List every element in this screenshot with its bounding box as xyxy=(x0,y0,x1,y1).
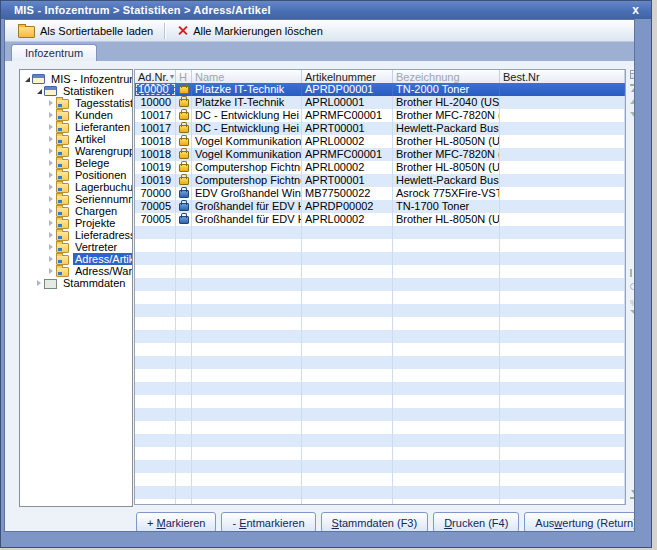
collapsed-arrow-icon[interactable] xyxy=(46,220,56,226)
table-row-empty[interactable] xyxy=(135,408,625,421)
scroll-up-icon[interactable] xyxy=(630,99,635,104)
tree-item-kunden[interactable]: Kunden xyxy=(20,109,132,121)
column-header-best-nr[interactable]: Best.Nr xyxy=(500,70,625,83)
collapsed-arrow-icon[interactable] xyxy=(46,208,56,214)
columns-icon[interactable] xyxy=(630,269,635,277)
table-row[interactable]: 10019Computershop FichtneAPRL00002Brothe… xyxy=(135,161,625,174)
tree-item-belege[interactable]: Belege xyxy=(20,157,132,169)
collapsed-arrow-icon[interactable] xyxy=(46,100,56,106)
collapsed-arrow-icon[interactable] xyxy=(46,184,56,190)
column-header-ad-nr[interactable]: Ad.Nr.▼ xyxy=(135,70,176,83)
table-row[interactable]: 10018Vogel KommunikationAPRL00002Brother… xyxy=(135,135,625,148)
cell-bezeichnung xyxy=(393,369,500,382)
tree-item-chargen[interactable]: Chargen xyxy=(20,205,132,217)
cell-name xyxy=(192,239,302,252)
column-header-label: H xyxy=(179,71,187,83)
filter-icon[interactable] xyxy=(630,310,635,314)
collapsed-arrow-icon[interactable] xyxy=(46,268,56,274)
table-row[interactable]: 10000Platzke IT-TechnikAPRL00001Brother … xyxy=(135,96,625,109)
table-row-empty[interactable] xyxy=(135,395,625,408)
scroll-down-icon[interactable] xyxy=(630,112,635,117)
table-row-empty[interactable] xyxy=(135,304,625,317)
collapsed-arrow-icon[interactable] xyxy=(46,172,56,178)
tree-item-projekte[interactable]: Projekte xyxy=(20,217,132,229)
percent-icon[interactable] xyxy=(630,296,635,305)
table-row-empty[interactable] xyxy=(135,343,625,356)
table-row[interactable]: 10000Platzke IT-TechnikAPRDP00001TN-2000… xyxy=(135,83,625,96)
go-to-first-icon[interactable] xyxy=(630,84,635,93)
tree-item-adress-artikel[interactable]: Adress/Artikel xyxy=(20,253,132,265)
tree-item-adress-warengruppen[interactable]: Adress/Warengruppen xyxy=(20,265,132,277)
column-header-h[interactable]: H xyxy=(176,70,192,83)
table-row-empty[interactable] xyxy=(135,239,625,252)
collapsed-arrow-icon[interactable] xyxy=(46,244,56,250)
stammdaten-f3-button[interactable]: Stammdaten (F3) xyxy=(321,512,429,532)
column-header-name[interactable]: Name xyxy=(192,70,302,83)
collapsed-arrow-icon[interactable] xyxy=(46,160,56,166)
table-row-empty[interactable] xyxy=(135,278,625,291)
table-row-empty[interactable] xyxy=(135,382,625,395)
table-row-empty[interactable] xyxy=(135,434,625,447)
tree-item-stammdaten[interactable]: Stammdaten xyxy=(20,277,132,289)
cell-artikelnummer: APRL00001 xyxy=(302,96,393,109)
close-icon[interactable]: x xyxy=(632,2,639,18)
table-row[interactable]: 10019Computershop FichtneAPRT00001Hewlet… xyxy=(135,174,625,187)
table-row-empty[interactable] xyxy=(135,252,625,265)
cell-bezeichnung xyxy=(393,343,500,356)
go-to-last-icon[interactable] xyxy=(630,490,635,499)
collapsed-arrow-icon[interactable] xyxy=(46,148,56,154)
cell-adnr xyxy=(135,343,176,356)
collapsed-arrow-icon[interactable] xyxy=(46,196,56,202)
drucken-f4-button[interactable]: Drucken (F4) xyxy=(433,512,519,532)
load-sort-table-button[interactable]: Als Sortiertabelle laden xyxy=(11,22,160,40)
collapsed-arrow-icon[interactable] xyxy=(46,256,56,262)
column-header-artikelnummer[interactable]: Artikelnummer xyxy=(302,70,393,83)
table-row-empty[interactable] xyxy=(135,499,625,504)
table-row[interactable]: 70005Großhandel für EDV HAPRDP00002TN-17… xyxy=(135,200,625,213)
entmarkieren-button[interactable]: - Entmarkieren xyxy=(221,512,315,532)
tab-infozentrum[interactable]: Infozentrum xyxy=(11,44,97,62)
collapsed-arrow-icon[interactable] xyxy=(46,112,56,118)
column-header-bezeichnung[interactable]: Bezeichnung xyxy=(393,70,500,83)
table-row-empty[interactable] xyxy=(135,356,625,369)
collapsed-arrow-icon[interactable] xyxy=(46,124,56,130)
table-row[interactable]: 70005Großhandel für EDV HAPRL00002Brothe… xyxy=(135,213,625,226)
table-row-empty[interactable] xyxy=(135,226,625,239)
tree-item-lieferanten[interactable]: Lieferanten xyxy=(20,121,132,133)
column-chooser-icon[interactable] xyxy=(630,70,635,79)
tree-item-warengruppen[interactable]: Warengruppen xyxy=(20,145,132,157)
table-row-empty[interactable] xyxy=(135,317,625,330)
tree-item-mis-infozentrum[interactable]: MIS - Infozentrum xyxy=(20,73,132,85)
tree-item-lieferadressen[interactable]: Lieferadressen xyxy=(20,229,132,241)
collapsed-arrow-icon[interactable] xyxy=(46,232,56,238)
table-row[interactable]: 10018Vogel KommunikationAPRMFC00001Broth… xyxy=(135,148,625,161)
table-row-empty[interactable] xyxy=(135,486,625,499)
search-icon[interactable] xyxy=(630,283,635,290)
expanded-arrow-icon[interactable] xyxy=(22,77,32,82)
table-row-empty[interactable] xyxy=(135,447,625,460)
tree-item-positionen[interactable]: Positionen xyxy=(20,169,132,181)
cell-artikelnummer xyxy=(302,226,393,239)
expanded-arrow-icon[interactable] xyxy=(34,89,44,94)
tree-item-artikel[interactable]: Artikel xyxy=(20,133,132,145)
collapsed-arrow-icon[interactable] xyxy=(34,280,44,286)
table-row-empty[interactable] xyxy=(135,369,625,382)
auswertung-return-button[interactable]: Auswertung (Return) xyxy=(524,512,635,532)
table-row[interactable]: 70000EDV Großhandel WinklMB77500022Asroc… xyxy=(135,187,625,200)
tree-item-tagesstatistik[interactable]: Tagesstatistik xyxy=(20,97,132,109)
table-row[interactable]: 10017DC - Entwicklung HeiAPRMFC00001Brot… xyxy=(135,109,625,122)
table-row-empty[interactable] xyxy=(135,265,625,278)
collapsed-arrow-icon[interactable] xyxy=(46,136,56,142)
table-row-empty[interactable] xyxy=(135,330,625,343)
tree-item-vertreter[interactable]: Vertreter xyxy=(20,241,132,253)
tree-item-seriennummern[interactable]: Seriennummern xyxy=(20,193,132,205)
table-row-empty[interactable] xyxy=(135,460,625,473)
markieren-button[interactable]: + Markieren xyxy=(136,512,216,532)
table-row-empty[interactable] xyxy=(135,291,625,304)
table-row[interactable]: 10017DC - Entwicklung HeiAPRT00001Hewlet… xyxy=(135,122,625,135)
table-row-empty[interactable] xyxy=(135,473,625,486)
clear-marks-button[interactable]: Alle Markierungen löschen xyxy=(170,23,330,39)
table-row-empty[interactable] xyxy=(135,421,625,434)
tree-item-statistiken[interactable]: Statistiken xyxy=(20,85,132,97)
tree-item-lagerbuchungen[interactable]: Lagerbuchungen xyxy=(20,181,132,193)
